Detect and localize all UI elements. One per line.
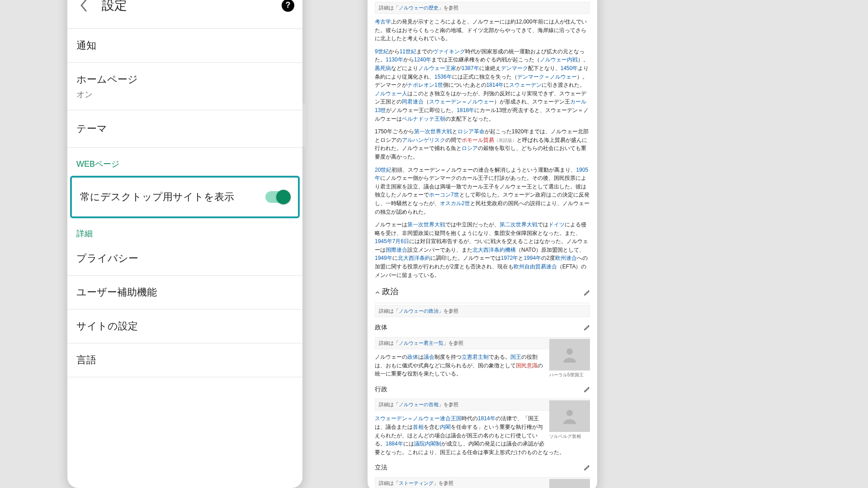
link[interactable]: 第二次世界大戦: [500, 221, 538, 228]
link[interactable]: 国際連合: [386, 247, 407, 253]
link[interactable]: ロシア: [462, 145, 478, 151]
image-placeholder-icon: [549, 339, 590, 371]
settings-list: 通知 ホームページ オン テーマ WEBページ 常にデスクトップ用サイトを表示 …: [67, 29, 302, 377]
edit-icon[interactable]: [584, 465, 590, 471]
link[interactable]: 北大西洋条約機構: [472, 247, 516, 253]
link[interactable]: 黒死病: [375, 65, 391, 71]
link[interactable]: 考古学: [375, 19, 391, 25]
link[interactable]: 1130年: [386, 56, 403, 63]
link[interactable]: デンマーク＝ノルウェー: [517, 74, 577, 80]
subsection-polity[interactable]: 政体: [375, 321, 590, 335]
paragraph: 20世紀初頭、スウェーデン＝ノルウェーの連合を解消しようという運動が高まり、19…: [375, 166, 590, 216]
link[interactable]: 欧州自由貿易連合: [514, 263, 557, 270]
help-icon[interactable]: ?: [282, 0, 294, 12]
link[interactable]: ドイツ: [548, 221, 565, 228]
section-label-web: WEBページ: [67, 148, 302, 174]
link[interactable]: 議院内閣制: [414, 441, 441, 447]
link[interactable]: 1884年: [386, 441, 403, 447]
link[interactable]: 内閣: [440, 424, 451, 430]
link[interactable]: ベルナドッテ王朝: [402, 116, 445, 122]
link[interactable]: デンマーク: [501, 65, 528, 71]
link[interactable]: 1240年: [414, 56, 432, 63]
link[interactable]: ノルウェーの歴史: [399, 5, 439, 10]
link[interactable]: 1814年: [486, 82, 504, 88]
link-red[interactable]: ポモール貿易: [462, 137, 494, 143]
settings-row-site-settings[interactable]: サイトの設定: [67, 310, 302, 343]
link[interactable]: 1814年: [478, 415, 495, 422]
link[interactable]: ナポレオン1世: [407, 82, 443, 88]
edit-icon[interactable]: [584, 290, 590, 296]
thumb-king[interactable]: ハーラル5世国王: [549, 339, 590, 378]
edit-icon[interactable]: [584, 324, 590, 331]
settings-topbar: 設定 ?: [67, 0, 302, 29]
subsection-title: 行政: [375, 385, 387, 394]
settings-row-accessibility[interactable]: ユーザー補助機能: [67, 276, 302, 310]
subsection-title: 政体: [375, 323, 387, 333]
link[interactable]: 1536年: [434, 74, 452, 80]
link[interactable]: オスカル2世: [440, 200, 470, 206]
link[interactable]: 北大西洋条約: [398, 255, 430, 261]
link[interactable]: 1818年: [457, 107, 474, 113]
link[interactable]: ノルウェー内戦: [540, 56, 578, 63]
link[interactable]: ノルウェー王家: [418, 65, 456, 71]
link[interactable]: 1994年: [524, 255, 541, 261]
settings-row-homepage[interactable]: ホームページ オン: [67, 63, 302, 110]
link[interactable]: 政体: [407, 354, 418, 360]
link[interactable]: スウェーデン＝ノルウェー: [429, 99, 494, 105]
link[interactable]: 1972年: [501, 255, 519, 261]
link[interactable]: ノルウェーの政治: [399, 308, 439, 314]
settings-title: 設定: [102, 0, 127, 14]
link[interactable]: 立憲君主制: [462, 354, 489, 360]
link[interactable]: 第一次世界大戦: [407, 221, 445, 228]
link[interactable]: ロシア革命: [458, 128, 485, 135]
hatnote-prefix: 詳細は「: [379, 5, 399, 10]
row-label: テーマ: [76, 122, 293, 136]
link[interactable]: 9世紀: [375, 48, 389, 55]
link[interactable]: スウェーデン: [509, 82, 542, 88]
link[interactable]: ストーティング: [399, 480, 434, 486]
subsection-legislative[interactable]: 立法: [375, 461, 590, 475]
subsection-executive[interactable]: 行政: [375, 383, 590, 397]
link-red[interactable]: 国民意識: [516, 362, 538, 369]
hatnote-history: 詳細は「ノルウェーの歴史」を参照: [375, 2, 590, 14]
link[interactable]: 同君連合: [402, 99, 424, 105]
row-label: プライバシー: [76, 252, 293, 265]
link[interactable]: ヴァイキング: [433, 48, 465, 55]
link[interactable]: 1945年7月6日: [375, 238, 409, 244]
section-title: 政治: [382, 286, 398, 300]
link[interactable]: アルハンゲリスク: [402, 137, 445, 143]
link[interactable]: 欧州連合: [555, 255, 577, 261]
row-label: ユーザー補助機能: [76, 286, 293, 299]
link[interactable]: 首相: [413, 424, 424, 430]
thumb-pm[interactable]: ソルベルグ首相: [549, 400, 590, 439]
link[interactable]: ホーコン7世: [429, 192, 459, 198]
settings-row-privacy[interactable]: プライバシー: [67, 242, 302, 276]
row-label: サイトの設定: [76, 319, 293, 333]
edit-icon[interactable]: [584, 386, 590, 393]
thumb-storting[interactable]: ストーティング（ノルウェー議会議事堂）: [549, 479, 590, 488]
link[interactable]: 国王: [510, 354, 521, 360]
link[interactable]: 20世紀: [375, 167, 392, 173]
wiki-screen: 詳細は「ノルウェーの歴史」を参照 考古学上の発見が示すところによると、ノルウェー…: [368, 0, 597, 488]
section-politics[interactable]: 政治: [375, 284, 590, 303]
settings-row-theme[interactable]: テーマ: [67, 110, 302, 148]
link[interactable]: 1387年: [462, 65, 479, 71]
settings-row-notifications[interactable]: 通知: [67, 29, 302, 63]
link[interactable]: 11世紀: [400, 48, 416, 55]
link[interactable]: 第一次世界大戦: [414, 128, 452, 135]
link[interactable]: スウェーデン＝ノルウェー連合王国: [375, 415, 462, 422]
settings-row-desktop-site[interactable]: 常にデスクトップ用サイトを表示: [67, 174, 302, 220]
desktop-site-toggle[interactable]: [265, 191, 290, 203]
link[interactable]: 1949年: [375, 255, 392, 261]
chevron-up-icon: [375, 290, 380, 296]
back-icon[interactable]: [75, 0, 92, 14]
settings-screen: 設定 ? 通知 ホームページ オン テーマ WEBページ 常にデスクトップ用サイ…: [67, 0, 302, 488]
link[interactable]: ノルウェー人: [375, 90, 407, 97]
link[interactable]: ノルウェーの首相: [399, 402, 439, 407]
link[interactable]: ノルウェー君主一覧: [399, 340, 443, 346]
hatnote-suffix: 」を参照: [439, 5, 458, 10]
article-body[interactable]: 詳細は「ノルウェーの歴史」を参照 考古学上の発見が示すところによると、ノルウェー…: [368, 0, 597, 488]
settings-row-language[interactable]: 言語: [67, 343, 302, 377]
link[interactable]: 議会: [424, 354, 434, 360]
link[interactable]: 1450年: [561, 65, 578, 71]
